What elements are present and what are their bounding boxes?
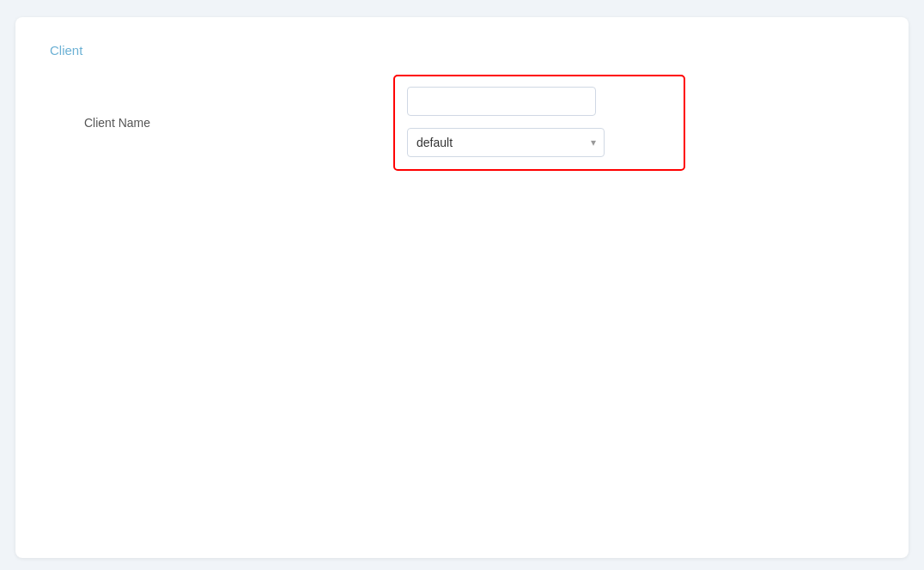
client-section: Client Client Name default xyxy=(50,43,874,171)
client-name-label: Client Name xyxy=(50,116,393,130)
rate-plan-select[interactable]: default standard premium xyxy=(407,128,605,157)
client-name-row: Client Name default standard xyxy=(50,75,874,171)
rate-plan-select-wrapper: default standard premium ▾ xyxy=(407,128,605,157)
client-name-field: default standard premium ▾ xyxy=(393,75,685,171)
client-section-title: Client xyxy=(50,43,874,58)
page-wrapper: Client Client Name default xyxy=(15,17,909,558)
client-name-input[interactable] xyxy=(407,87,596,116)
